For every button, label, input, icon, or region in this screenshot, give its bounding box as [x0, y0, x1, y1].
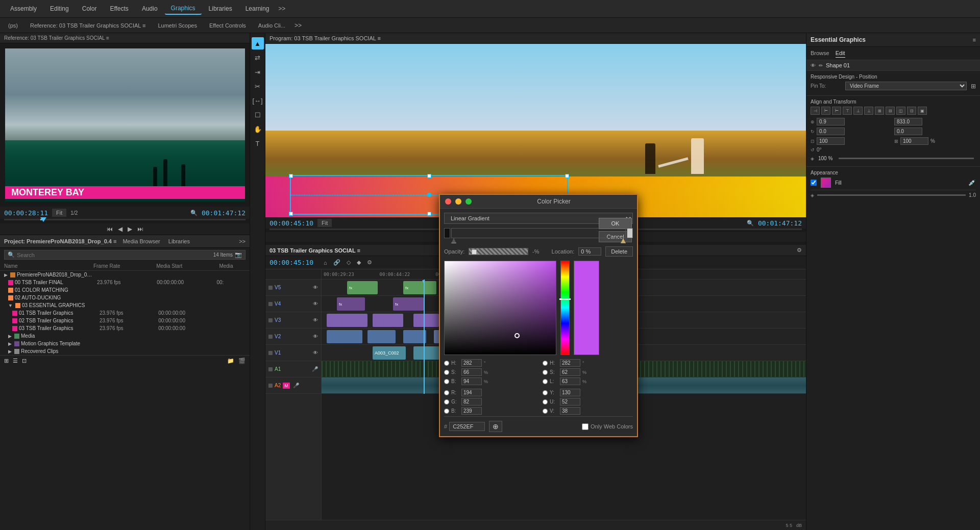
v3-toggle[interactable] [268, 318, 273, 322]
clip-v4-1[interactable]: fx [337, 297, 365, 311]
cp-opacity-bar[interactable] [469, 248, 528, 255]
clip-v2-1[interactable] [327, 330, 362, 343]
hsb-h-input[interactable] [461, 359, 482, 367]
yuv-y-input[interactable] [560, 389, 580, 396]
a1-toggle[interactable] [268, 367, 273, 371]
hand-tool[interactable]: ✋ [252, 123, 264, 135]
web-colors-checkbox[interactable] [582, 423, 589, 430]
rotation-b-input[interactable] [894, 128, 922, 135]
eg-options-icon[interactable]: ≡ [973, 37, 976, 43]
tab-audio-clip[interactable]: Audio Cli... [252, 20, 291, 31]
clip-v3-3[interactable] [413, 314, 439, 327]
position-y-input[interactable] [894, 118, 922, 125]
cp-delete-button[interactable]: Delete [605, 246, 633, 257]
menu-learning[interactable]: Learning [239, 3, 276, 14]
hex-input[interactable] [449, 422, 485, 431]
yuv-u-input[interactable] [560, 398, 580, 406]
yuv-v-radio[interactable] [543, 409, 548, 414]
reference-playbar[interactable] [4, 219, 246, 220]
yuv-y-radio[interactable] [543, 390, 548, 395]
tl-link-btn[interactable]: 🔗 [331, 258, 342, 267]
gradient-right-control[interactable] [627, 228, 633, 238]
project-item[interactable]: ▶ PremiereProNAB2018_Drop_02.4.prproj [0, 271, 250, 279]
menu-libraries[interactable]: Libraries [203, 3, 238, 14]
text-tool[interactable]: T [252, 137, 264, 149]
rgb-r-input[interactable] [461, 389, 482, 396]
align-left[interactable]: ⊣ [811, 107, 820, 115]
menu-graphics[interactable]: Graphics [165, 3, 202, 15]
hsl-s-radio[interactable] [543, 370, 548, 375]
gradient-left-control[interactable] [444, 228, 450, 238]
v1-eye[interactable]: 👁 [313, 350, 318, 356]
tab-libraries[interactable]: Libraries [166, 237, 192, 245]
menu-assembly[interactable]: Assembly [4, 3, 43, 14]
slip-tool[interactable]: [↔] [252, 94, 264, 107]
align-top[interactable]: ⊤ [843, 107, 852, 115]
cp-location-input[interactable] [578, 247, 601, 256]
layer-eye-icon[interactable]: 👁 [811, 63, 816, 68]
step-fwd-btn[interactable]: ⏭ [137, 225, 143, 233]
align-center-h[interactable]: ⊢ [821, 107, 830, 115]
dist-v[interactable]: ⊟ [886, 107, 895, 115]
project-list-icon[interactable]: ☰ [13, 358, 18, 364]
cp-minimize-dot[interactable] [455, 198, 461, 205]
clip-v2-3[interactable] [403, 330, 426, 343]
fill-eyedropper-icon[interactable]: 💉 [968, 179, 976, 186]
dist-h[interactable]: ⊞ [875, 107, 884, 115]
tab-lumetri[interactable]: Lumetri Scopes [152, 20, 203, 31]
clip-v3-1[interactable] [327, 314, 368, 327]
v5-toggle[interactable] [268, 286, 273, 290]
v4-toggle[interactable] [268, 302, 273, 306]
project-panel-more[interactable]: >> [239, 238, 246, 244]
project-item[interactable]: ▶ Media [0, 332, 250, 340]
timeline-timecode[interactable]: 00:00:45:10 [270, 259, 313, 266]
clip-v3-2[interactable] [373, 314, 403, 327]
yuv-u-radio[interactable] [543, 399, 548, 405]
project-view-icon[interactable]: ⊞ [4, 358, 9, 364]
clip-v4-2[interactable]: fx [393, 297, 424, 311]
reference-fit-button[interactable]: Fit [52, 209, 66, 217]
menu-audio[interactable]: Audio [136, 3, 164, 14]
project-item[interactable]: ▶ Motion Graphics Template [0, 340, 250, 347]
program-fit-button[interactable]: Fit [317, 219, 332, 227]
clip-v1-2[interactable] [413, 346, 442, 360]
a2-mic[interactable]: 🎤 [293, 383, 299, 388]
project-item[interactable]: 02 AUTO-DUCKING [0, 294, 250, 301]
clip-v2-2[interactable] [368, 330, 396, 343]
tl-settings-btn[interactable]: ⚙ [365, 258, 374, 267]
track-select-tool[interactable]: ⇄ [252, 52, 264, 64]
tab-effect-controls[interactable]: Effect Controls [203, 20, 252, 31]
align-to-frame[interactable]: ⊡ [907, 107, 916, 115]
play-btn[interactable]: ▶ [128, 225, 132, 233]
rgb-g-radio[interactable] [444, 399, 449, 405]
fill-color-swatch[interactable] [821, 178, 831, 188]
hsl-h-input[interactable] [560, 359, 580, 367]
menu-more[interactable]: >> [278, 5, 285, 12]
timeline-settings-icon[interactable]: ⚙ [797, 247, 802, 254]
playhead[interactable] [424, 280, 425, 394]
align-to-sel[interactable]: ▣ [918, 107, 927, 115]
hsl-l-input[interactable] [560, 377, 580, 385]
v3-eye[interactable]: 👁 [313, 317, 318, 323]
program-timecode[interactable]: 00:00:45:10 [270, 219, 313, 227]
project-item[interactable]: 01 TSB Trailer Graphics 23.976 fps 00:00… [0, 309, 250, 317]
ripple-edit-tool[interactable]: ⇥ [252, 66, 264, 78]
cp-maximize-dot[interactable] [465, 198, 472, 205]
project-search-input[interactable] [17, 252, 211, 258]
menu-editing[interactable]: Editing [44, 3, 75, 14]
hsb-b-input[interactable] [461, 377, 482, 385]
menu-effects[interactable]: Effects [104, 3, 134, 14]
tl-markers-btn[interactable]: ◇ [345, 258, 353, 267]
tl-keyframes-btn[interactable]: ◆ [355, 258, 363, 267]
razor-tool[interactable]: ✂ [252, 80, 264, 92]
hue-bar[interactable] [560, 261, 570, 355]
rgb-b-input[interactable] [461, 407, 482, 415]
clip-v5-2[interactable]: fx [403, 281, 436, 294]
pen-tool[interactable]: ☐ [252, 109, 264, 121]
eg-tab-edit[interactable]: Edit [836, 49, 845, 58]
align-center-v[interactable]: ⊥ [853, 107, 863, 115]
v2-eye[interactable]: 👁 [313, 334, 318, 339]
v5-eye[interactable]: 👁 [313, 285, 318, 290]
project-new-bin[interactable]: 📁 [227, 358, 234, 364]
hsl-h-radio[interactable] [543, 361, 548, 366]
